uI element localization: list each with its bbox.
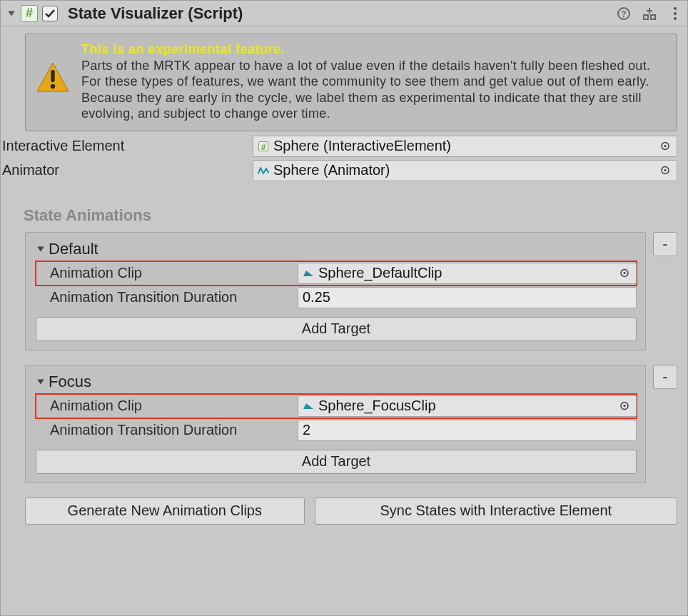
default-duration-input[interactable]	[298, 287, 637, 308]
transition-duration-label: Animation Transition Duration	[50, 422, 298, 438]
default-clip-value: Sphere_DefaultClip	[318, 265, 442, 281]
animator-label: Animator	[2, 162, 253, 178]
state-focus-title: Focus	[49, 373, 91, 391]
state-animations-title: State Animations	[24, 206, 677, 225]
remove-state-focus-button[interactable]: -	[653, 365, 677, 389]
warning-body: Parts of the MRTK appear to have a lot o…	[81, 59, 650, 121]
object-picker-icon[interactable]	[616, 265, 633, 281]
help-icon[interactable]: ?	[616, 6, 632, 21]
transition-duration-label: Animation Transition Duration	[50, 289, 298, 306]
script-icon: #	[21, 5, 38, 22]
svg-point-16	[623, 271, 625, 273]
default-clip-field[interactable]: Sphere_DefaultClip	[298, 263, 637, 284]
state-foldout-icon[interactable]	[36, 377, 46, 387]
svg-text:#: #	[261, 141, 266, 151]
component-enabled-checkbox[interactable]	[42, 6, 58, 21]
state-default-box: Default Animation Clip Sphere_DefaultCli…	[25, 232, 646, 350]
focus-clip-value: Sphere_FocusClip	[318, 398, 436, 414]
preset-icon[interactable]	[642, 6, 657, 21]
interactive-element-label: Interactive Element	[2, 138, 253, 154]
svg-rect-2	[644, 15, 648, 19]
animator-field[interactable]: Sphere (Animator)	[253, 160, 677, 181]
svg-point-18	[623, 404, 625, 406]
experimental-warning-box: This is an experimental feature. Parts o…	[25, 34, 677, 131]
animator-value: Sphere (Animator)	[273, 162, 390, 178]
default-add-target-button[interactable]: Add Target	[36, 317, 637, 341]
warning-icon	[36, 61, 70, 96]
focus-duration-input[interactable]	[298, 420, 637, 441]
object-picker-icon[interactable]	[657, 162, 674, 178]
component-header: # State Visualizer (Script) ?	[1, 1, 687, 26]
svg-point-8	[51, 84, 55, 89]
object-picker-icon[interactable]	[657, 138, 674, 154]
anim-clip-icon	[301, 399, 315, 413]
context-menu-icon[interactable]	[667, 6, 683, 21]
component-foldout-icon[interactable]	[6, 9, 16, 19]
svg-text:?: ?	[621, 9, 626, 19]
generate-clips-button[interactable]: Generate New Animation Clips	[25, 498, 305, 525]
svg-rect-7	[51, 70, 54, 82]
animator-icon	[256, 163, 270, 178]
svg-point-4	[674, 7, 677, 10]
script-icon: #	[256, 139, 270, 153]
svg-point-5	[674, 12, 677, 15]
focus-clip-field[interactable]: Sphere_FocusClip	[298, 395, 637, 417]
object-picker-icon[interactable]	[616, 398, 633, 414]
state-foldout-icon[interactable]	[36, 244, 46, 254]
component-title: State Visualizer (Script)	[68, 4, 612, 23]
remove-state-default-button[interactable]: -	[653, 232, 677, 256]
svg-point-12	[664, 144, 666, 146]
focus-add-target-button[interactable]: Add Target	[36, 450, 637, 474]
sync-states-button[interactable]: Sync States with Interactive Element	[315, 498, 677, 525]
svg-point-6	[674, 17, 677, 20]
animation-clip-label: Animation Clip	[50, 265, 298, 281]
svg-rect-3	[651, 15, 655, 19]
state-default-title: Default	[49, 240, 98, 258]
state-focus-box: Focus Animation Clip Sphere_FocusClip An…	[25, 365, 646, 483]
svg-point-14	[664, 168, 666, 171]
warning-title: This is an experimental feature.	[81, 42, 285, 56]
anim-clip-icon	[301, 266, 315, 281]
animation-clip-label: Animation Clip	[50, 398, 298, 414]
interactive-element-value: Sphere (InteractiveElement)	[273, 138, 451, 154]
interactive-element-field[interactable]: # Sphere (InteractiveElement)	[253, 136, 677, 157]
